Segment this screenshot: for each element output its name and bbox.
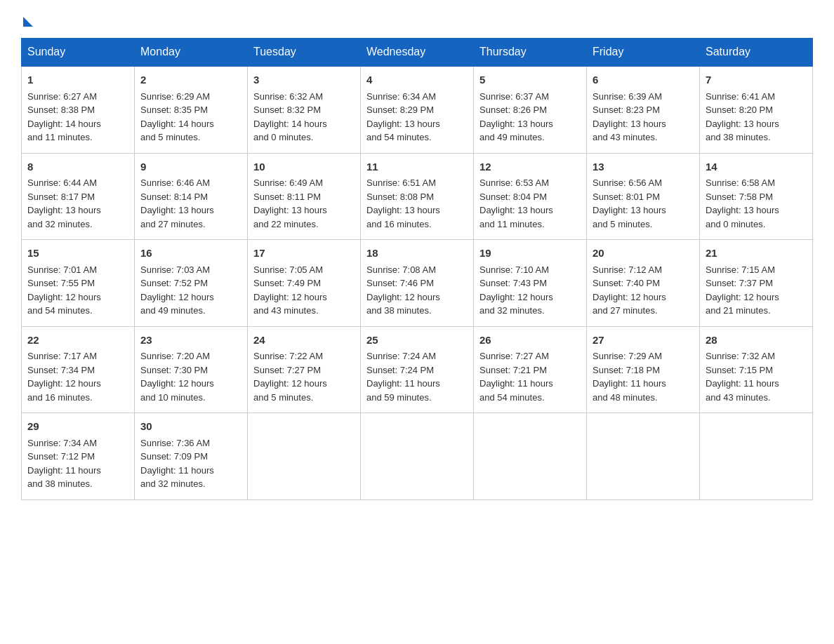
calendar-day-cell: 16Sunrise: 7:03 AM Sunset: 7:52 PM Dayli… — [135, 240, 248, 327]
weekday-header-row: SundayMondayTuesdayWednesdayThursdayFrid… — [22, 39, 813, 67]
day-number: 12 — [479, 159, 581, 175]
day-number: 5 — [479, 72, 581, 88]
calendar-day-cell — [248, 413, 361, 500]
weekday-header-tuesday: Tuesday — [248, 39, 361, 67]
day-number: 3 — [253, 72, 355, 88]
calendar-day-cell: 4Sunrise: 6:34 AM Sunset: 8:29 PM Daylig… — [361, 66, 474, 153]
day-info: Sunrise: 6:39 AM Sunset: 8:23 PM Dayligh… — [593, 90, 694, 145]
calendar-day-cell: 23Sunrise: 7:20 AM Sunset: 7:30 PM Dayli… — [135, 326, 248, 413]
day-number: 22 — [27, 333, 128, 349]
calendar-day-cell — [700, 413, 813, 500]
calendar-day-cell: 13Sunrise: 6:56 AM Sunset: 8:01 PM Dayli… — [587, 153, 700, 240]
day-info: Sunrise: 6:46 AM Sunset: 8:14 PM Dayligh… — [140, 176, 241, 231]
calendar-day-cell — [361, 413, 474, 500]
calendar-day-cell — [587, 413, 700, 500]
day-info: Sunrise: 6:37 AM Sunset: 8:26 PM Dayligh… — [479, 90, 581, 145]
weekday-header-friday: Friday — [587, 39, 700, 67]
day-info: Sunrise: 7:29 AM Sunset: 7:18 PM Dayligh… — [593, 349, 694, 404]
logo-arrow-icon — [23, 17, 33, 27]
day-info: Sunrise: 6:29 AM Sunset: 8:35 PM Dayligh… — [140, 90, 241, 145]
day-info: Sunrise: 7:05 AM Sunset: 7:49 PM Dayligh… — [253, 263, 355, 318]
day-info: Sunrise: 6:34 AM Sunset: 8:29 PM Dayligh… — [366, 90, 468, 145]
day-number: 15 — [27, 246, 128, 262]
day-number: 30 — [140, 419, 241, 435]
day-info: Sunrise: 7:22 AM Sunset: 7:27 PM Dayligh… — [253, 349, 355, 404]
calendar-day-cell: 3Sunrise: 6:32 AM Sunset: 8:32 PM Daylig… — [248, 66, 361, 153]
calendar-day-cell: 17Sunrise: 7:05 AM Sunset: 7:49 PM Dayli… — [248, 240, 361, 327]
calendar-day-cell: 25Sunrise: 7:24 AM Sunset: 7:24 PM Dayli… — [361, 326, 474, 413]
day-info: Sunrise: 6:41 AM Sunset: 8:20 PM Dayligh… — [706, 90, 807, 145]
calendar-week-row: 15Sunrise: 7:01 AM Sunset: 7:55 PM Dayli… — [22, 240, 813, 327]
calendar-day-cell: 27Sunrise: 7:29 AM Sunset: 7:18 PM Dayli… — [587, 326, 700, 413]
day-info: Sunrise: 7:24 AM Sunset: 7:24 PM Dayligh… — [366, 349, 468, 404]
day-number: 18 — [366, 246, 468, 262]
day-number: 16 — [140, 246, 241, 262]
calendar-day-cell: 6Sunrise: 6:39 AM Sunset: 8:23 PM Daylig… — [587, 66, 700, 153]
calendar-week-row: 29Sunrise: 7:34 AM Sunset: 7:12 PM Dayli… — [22, 413, 813, 500]
page-header — [21, 14, 813, 24]
day-number: 23 — [140, 333, 241, 349]
day-info: Sunrise: 7:20 AM Sunset: 7:30 PM Dayligh… — [140, 349, 241, 404]
day-number: 7 — [706, 72, 807, 88]
day-number: 1 — [27, 72, 128, 88]
day-info: Sunrise: 7:01 AM Sunset: 7:55 PM Dayligh… — [27, 263, 128, 318]
day-number: 29 — [27, 419, 128, 435]
calendar-day-cell: 30Sunrise: 7:36 AM Sunset: 7:09 PM Dayli… — [135, 413, 248, 500]
logo — [21, 14, 33, 24]
day-info: Sunrise: 7:27 AM Sunset: 7:21 PM Dayligh… — [479, 349, 581, 404]
calendar-day-cell: 1Sunrise: 6:27 AM Sunset: 8:38 PM Daylig… — [22, 66, 135, 153]
day-number: 6 — [593, 72, 694, 88]
calendar-day-cell: 7Sunrise: 6:41 AM Sunset: 8:20 PM Daylig… — [700, 66, 813, 153]
calendar-day-cell: 21Sunrise: 7:15 AM Sunset: 7:37 PM Dayli… — [700, 240, 813, 327]
calendar-day-cell: 15Sunrise: 7:01 AM Sunset: 7:55 PM Dayli… — [22, 240, 135, 327]
calendar-day-cell: 10Sunrise: 6:49 AM Sunset: 8:11 PM Dayli… — [248, 153, 361, 240]
calendar-day-cell: 18Sunrise: 7:08 AM Sunset: 7:46 PM Dayli… — [361, 240, 474, 327]
calendar-week-row: 1Sunrise: 6:27 AM Sunset: 8:38 PM Daylig… — [22, 66, 813, 153]
calendar-day-cell: 24Sunrise: 7:22 AM Sunset: 7:27 PM Dayli… — [248, 326, 361, 413]
day-number: 26 — [479, 333, 581, 349]
day-number: 9 — [140, 159, 241, 175]
calendar-day-cell: 19Sunrise: 7:10 AM Sunset: 7:43 PM Dayli… — [474, 240, 587, 327]
day-number: 4 — [366, 72, 468, 88]
day-info: Sunrise: 7:32 AM Sunset: 7:15 PM Dayligh… — [706, 349, 807, 404]
day-info: Sunrise: 6:58 AM Sunset: 7:58 PM Dayligh… — [706, 176, 807, 231]
weekday-header-saturday: Saturday — [700, 39, 813, 67]
day-number: 17 — [253, 246, 355, 262]
calendar-table: SundayMondayTuesdayWednesdayThursdayFrid… — [21, 38, 813, 500]
calendar-day-cell: 11Sunrise: 6:51 AM Sunset: 8:08 PM Dayli… — [361, 153, 474, 240]
day-number: 20 — [593, 246, 694, 262]
day-number: 10 — [253, 159, 355, 175]
calendar-week-row: 22Sunrise: 7:17 AM Sunset: 7:34 PM Dayli… — [22, 326, 813, 413]
day-info: Sunrise: 6:49 AM Sunset: 8:11 PM Dayligh… — [253, 176, 355, 231]
day-info: Sunrise: 6:53 AM Sunset: 8:04 PM Dayligh… — [479, 176, 581, 231]
day-number: 14 — [706, 159, 807, 175]
calendar-day-cell — [474, 413, 587, 500]
day-number: 21 — [706, 246, 807, 262]
weekday-header-monday: Monday — [135, 39, 248, 67]
day-number: 13 — [593, 159, 694, 175]
day-info: Sunrise: 7:10 AM Sunset: 7:43 PM Dayligh… — [479, 263, 581, 318]
day-info: Sunrise: 6:44 AM Sunset: 8:17 PM Dayligh… — [27, 176, 128, 231]
weekday-header-sunday: Sunday — [22, 39, 135, 67]
day-info: Sunrise: 7:03 AM Sunset: 7:52 PM Dayligh… — [140, 263, 241, 318]
calendar-day-cell: 5Sunrise: 6:37 AM Sunset: 8:26 PM Daylig… — [474, 66, 587, 153]
day-number: 28 — [706, 333, 807, 349]
calendar-day-cell: 28Sunrise: 7:32 AM Sunset: 7:15 PM Dayli… — [700, 326, 813, 413]
day-info: Sunrise: 6:56 AM Sunset: 8:01 PM Dayligh… — [593, 176, 694, 231]
calendar-day-cell: 2Sunrise: 6:29 AM Sunset: 8:35 PM Daylig… — [135, 66, 248, 153]
day-info: Sunrise: 7:15 AM Sunset: 7:37 PM Dayligh… — [706, 263, 807, 318]
day-number: 2 — [140, 72, 241, 88]
calendar-day-cell: 20Sunrise: 7:12 AM Sunset: 7:40 PM Dayli… — [587, 240, 700, 327]
calendar-day-cell: 9Sunrise: 6:46 AM Sunset: 8:14 PM Daylig… — [135, 153, 248, 240]
calendar-day-cell: 22Sunrise: 7:17 AM Sunset: 7:34 PM Dayli… — [22, 326, 135, 413]
calendar-day-cell: 14Sunrise: 6:58 AM Sunset: 7:58 PM Dayli… — [700, 153, 813, 240]
day-info: Sunrise: 7:12 AM Sunset: 7:40 PM Dayligh… — [593, 263, 694, 318]
day-info: Sunrise: 7:36 AM Sunset: 7:09 PM Dayligh… — [140, 436, 241, 491]
day-number: 24 — [253, 333, 355, 349]
day-info: Sunrise: 7:17 AM Sunset: 7:34 PM Dayligh… — [27, 349, 128, 404]
day-number: 8 — [27, 159, 128, 175]
calendar-day-cell: 29Sunrise: 7:34 AM Sunset: 7:12 PM Dayli… — [22, 413, 135, 500]
day-number: 27 — [593, 333, 694, 349]
weekday-header-wednesday: Wednesday — [361, 39, 474, 67]
day-info: Sunrise: 7:08 AM Sunset: 7:46 PM Dayligh… — [366, 263, 468, 318]
